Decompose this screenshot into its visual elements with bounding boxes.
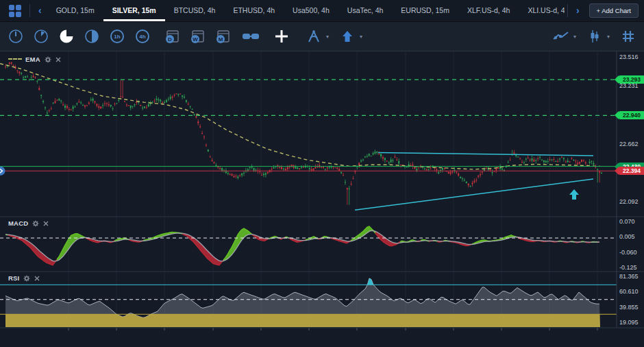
chart-canvas[interactable]	[0, 51, 644, 347]
symbol-tab-usa500[interactable]: Usa500, 4h	[284, 0, 338, 21]
app-grid-logo-icon[interactable]	[9, 5, 21, 17]
candlestick-series	[5, 62, 602, 205]
svg-text:1h: 1h	[114, 34, 120, 40]
timeframe-weekly-icon[interactable]: W	[188, 27, 206, 45]
symbol-tab-gold[interactable]: GOLD, 15m	[47, 0, 103, 21]
chart-tab-bar: ‹ GOLD, 15mSILVER, 15mBTCUSD, 4hETHUSD, …	[0, 0, 644, 22]
price-badge-value: 22.394	[619, 167, 644, 175]
timeframe-daily-icon[interactable]: D	[163, 27, 181, 45]
macd-axis-label: -0.060	[619, 249, 637, 256]
symbol-tab-xli-us-d[interactable]: XLI.US-d, 4h	[519, 0, 565, 21]
timeframe-1h-icon[interactable]: 1h	[108, 27, 126, 45]
symbol-tab-eurusd[interactable]: EURUSD, 15m	[392, 0, 458, 21]
chart-toolbar: 1h 4h D W M ▾ ▾ ▾ ▾	[0, 22, 644, 51]
symbol-tab-silver[interactable]: SILVER, 15m	[103, 0, 165, 21]
tabs-scroll-left-icon[interactable]: ‹	[33, 0, 47, 21]
macd-settings-gear-icon[interactable]	[32, 220, 39, 227]
symbol-tabs: GOLD, 15mSILVER, 15mBTCUSD, 4hETHUSD, 4h…	[47, 0, 565, 21]
grid-settings-icon[interactable]	[619, 27, 637, 45]
svg-text:M: M	[219, 36, 223, 43]
symbol-tab-usatec[interactable]: UsaTec, 4h	[338, 0, 393, 21]
ema-close-icon[interactable]	[55, 57, 61, 62]
add-chart-button[interactable]: + Add Chart	[589, 3, 639, 18]
rsi-axis-label: 81.365	[619, 273, 639, 280]
price-axis-label: 22.092	[619, 198, 639, 205]
macd-series	[5, 226, 599, 265]
ema-label-text: EMA	[25, 56, 40, 63]
price-badge-23.293: 23.293	[615, 75, 644, 84]
divider	[567, 4, 568, 17]
symbol-tab-xlf-us-d[interactable]: XLF.US-d, 4h	[458, 0, 519, 21]
svg-text:4h: 4h	[139, 34, 145, 40]
indicators-icon[interactable]	[552, 27, 570, 45]
drawing-tools-icon[interactable]	[305, 27, 323, 45]
timeframe-1m-icon[interactable]	[7, 27, 25, 45]
timeframe-30m-icon[interactable]	[83, 27, 101, 45]
chart-area: EMA MACD RSI 23.51623.23122.66222.0920.0…	[0, 51, 644, 347]
chart-scroll-marker[interactable]	[0, 167, 5, 176]
crosshair-icon[interactable]	[273, 27, 290, 45]
rsi-axis-label: 19.095	[619, 319, 639, 326]
trade-buy-arrow-icon[interactable]	[338, 27, 356, 45]
ema-line-swatch-icon	[8, 58, 22, 60]
timeframe-4h-icon[interactable]: 4h	[134, 27, 151, 45]
tick-chart-icon[interactable]	[242, 27, 260, 45]
price-badge-value: 22.940	[619, 111, 644, 119]
toolbar-right-group: ▾ ▾	[552, 27, 644, 45]
divider	[29, 4, 30, 17]
symbol-tab-btcusd[interactable]: BTCUSD, 4h	[165, 0, 225, 21]
macd-close-icon[interactable]	[43, 221, 49, 226]
timeframe-5m-icon[interactable]	[32, 27, 50, 45]
timeframe-monthly-icon[interactable]: M	[214, 27, 232, 45]
rsi-label-text: RSI	[8, 274, 19, 282]
macd-indicator-label: MACD	[8, 219, 49, 227]
tabs-scroll-right-icon[interactable]: ›	[571, 0, 585, 21]
price-axis-label: 22.662	[619, 141, 639, 147]
rsi-settings-gear-icon[interactable]	[23, 275, 30, 282]
symbol-tab-ethusd[interactable]: ETHUSD, 4h	[224, 0, 284, 21]
price-badge-22.940: 22.940	[615, 111, 644, 119]
svg-text:D: D	[168, 36, 172, 43]
macd-axis-label: -0.125	[619, 264, 637, 271]
ema-line[interactable]	[0, 64, 600, 169]
price-badge-value: 23.293	[619, 75, 644, 84]
chart-type-candles-icon[interactable]	[586, 27, 604, 45]
macd-axis-label: 0.070	[619, 218, 635, 225]
ema-indicator-label: EMA	[8, 56, 61, 63]
trading-app: ‹ GOLD, 15mSILVER, 15mBTCUSD, 4hETHUSD, …	[0, 0, 644, 347]
macd-axis-label: 0.005	[619, 233, 635, 240]
chart-type-caret-icon[interactable]: ▾	[607, 34, 610, 40]
macd-label-text: MACD	[8, 219, 28, 227]
timeframe-15m-icon-active[interactable]	[58, 27, 75, 45]
indicators-caret-icon[interactable]: ▾	[573, 34, 576, 40]
price-axis-label: 23.516	[619, 53, 639, 60]
svg-text:W: W	[193, 36, 198, 43]
drawing-tools-caret-icon[interactable]: ▾	[326, 34, 329, 40]
rsi-indicator-label: RSI	[8, 274, 40, 282]
trend-line-lower[interactable]	[355, 179, 593, 210]
rsi-close-icon[interactable]	[34, 276, 40, 281]
ema-settings-gear-icon[interactable]	[45, 56, 51, 63]
price-badge-22.394: 22.394	[615, 167, 644, 175]
buy-signal-arrow-icon[interactable]	[569, 189, 579, 200]
rsi-axis-label: 39.855	[619, 304, 639, 311]
rsi-axis-label: 60.610	[619, 288, 639, 295]
trade-caret-icon[interactable]: ▾	[360, 34, 362, 40]
trend-line-upper[interactable]	[378, 152, 593, 155]
